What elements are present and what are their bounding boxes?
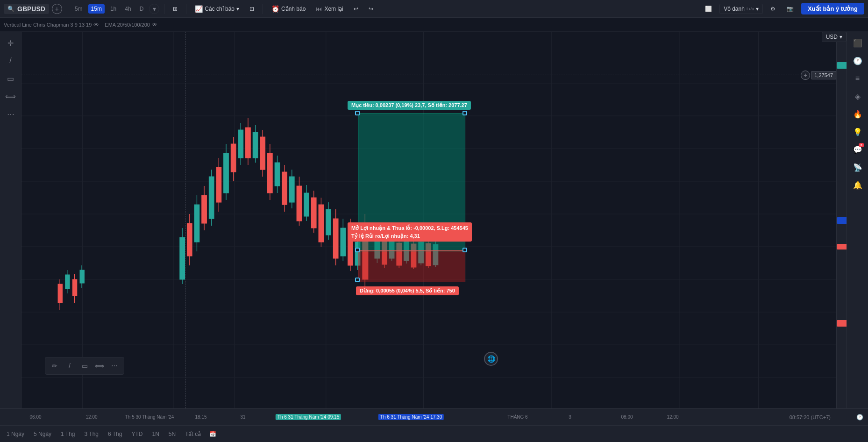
undo-icon: ↩ — [354, 6, 358, 12]
settings-icon: ⚙ — [770, 6, 776, 12]
templates-button[interactable]: ⊡ — [246, 4, 258, 14]
alert-icon: ⏰ — [271, 5, 279, 13]
undo-button[interactable]: ↩ — [350, 4, 362, 14]
time-t6-t7: Th 6 31 Tháng Năm '24 09:15 — [276, 414, 341, 420]
tf-5m[interactable]: 5m — [72, 4, 85, 14]
range-5n[interactable]: 5N — [166, 429, 178, 439]
alert-button[interactable]: ⏰ Cảnh báo — [268, 4, 309, 14]
layers2-icon[interactable]: ◈ — [850, 89, 865, 104]
currency-label: USD — [826, 34, 838, 40]
chart-type-icon: ⊞ — [173, 6, 178, 12]
range-all[interactable]: Tất cả — [182, 429, 204, 439]
entry-left-handle[interactable] — [355, 248, 360, 252]
watch-icon[interactable]: 🕐 — [850, 53, 865, 68]
time-t11: 3 — [569, 414, 571, 420]
sl-box — [358, 250, 465, 282]
chart-type-button[interactable]: ⊞ — [169, 4, 181, 14]
time-axis: 06:00 12:00 Th 5 30 Tháng Năm '24 18:15 … — [0, 408, 868, 425]
range-6thg[interactable]: 6 Thg — [105, 429, 125, 439]
redo-button[interactable]: ↪ — [365, 4, 377, 14]
symbol-label: GBPUSD — [17, 5, 45, 13]
news-icon[interactable]: 🌐 — [484, 352, 498, 366]
measure-draw-button[interactable]: ⟺ — [93, 359, 106, 372]
time-t5: 31 — [240, 414, 245, 420]
separator-3 — [186, 4, 186, 14]
search-icon: 🔍 — [7, 6, 14, 12]
time-t2: 12:00 — [85, 414, 97, 420]
redo-icon: ↪ — [369, 6, 373, 12]
rr-line1: Mở Lợi nhuận & Thua lỗ: -0,00002, S.Lg: … — [351, 224, 468, 232]
time-month: THÁNG 6 — [507, 414, 527, 420]
rect-draw-button[interactable]: ▭ — [78, 359, 91, 372]
tp-top-right-handle[interactable] — [462, 111, 467, 115]
free-draw-button[interactable]: ✏ — [48, 359, 61, 372]
tf-D[interactable]: D — [137, 4, 147, 14]
calendar-button[interactable]: 📅 — [209, 431, 216, 437]
right-sidebar: ⬛ 🕐 ≡ ◈ 🔥 💡 💬 3 📡 🔔 — [847, 32, 868, 408]
settings-button[interactable]: ⚙ — [767, 4, 779, 14]
layers-icon[interactable]: ⬛ — [850, 36, 865, 50]
svg-rect-23 — [73, 279, 77, 296]
top-toolbar: 🔍 GBPUSD + 5m 15m 1h 4h D ▾ ⊞ 📈 Các chỉ … — [0, 0, 868, 18]
range-1thg[interactable]: 1 Thg — [58, 429, 78, 439]
camera-button[interactable]: 📷 — [783, 4, 797, 14]
time-t4: 18:15 — [195, 414, 206, 420]
bottom-toolbar: 1 Ngày 5 Ngày 1 Thg 3 Thg 6 Thg YTD 1N 5… — [0, 425, 868, 442]
add-symbol-button[interactable]: + — [52, 4, 62, 14]
indicators-chevron: ▾ — [236, 6, 239, 12]
alerts-list-icon[interactable]: ≡ — [850, 71, 865, 86]
chat-icon-btn[interactable]: 💬 3 — [850, 142, 865, 157]
tf-4h[interactable]: 4h — [122, 4, 134, 14]
fullscreen-icon: ⬜ — [705, 6, 712, 12]
rect-tool[interactable]: ▭ — [3, 71, 18, 86]
drawing-tools-bar: ✏ / ▭ ⟺ ⋯ — [45, 357, 124, 375]
more-draw-button[interactable]: ⋯ — [108, 359, 121, 372]
range-ytd[interactable]: YTD — [128, 429, 145, 439]
range-3thg[interactable]: 3 Thg — [82, 429, 101, 439]
sl-label: Dừng: 0,00055 (0,04%) 5,5, Số tiền: 750 — [356, 286, 459, 295]
bell-icon[interactable]: 🔔 — [850, 178, 865, 192]
fullscreen-button[interactable]: ⬜ — [701, 4, 716, 14]
ema-eye-icon[interactable]: 👁 — [152, 21, 157, 28]
range-1d[interactable]: 1 Ngày — [4, 429, 27, 439]
line-tool[interactable]: / — [3, 53, 18, 68]
tf-dropdown-button[interactable]: ▾ — [149, 4, 159, 14]
symbol-selector[interactable]: 🔍 GBPUSD — [4, 4, 49, 14]
indicators-icon: 📈 — [195, 5, 203, 13]
fire-icon[interactable]: 🔥 — [850, 107, 865, 121]
range-1n[interactable]: 1N — [149, 429, 162, 439]
chart-container[interactable]: .wick { stroke-width: 1; } .bull { fill:… — [21, 32, 868, 408]
toolbar-right: ⬜ Vô danh Lưu ▾ ⚙ 📷 Xuất bản ý tưởng — [701, 3, 864, 14]
time-t8-t9: Th 6 31 Tháng Năm '24 17:30 — [378, 414, 444, 420]
separator-2 — [164, 4, 164, 14]
separator-4 — [263, 4, 263, 14]
indicators-label: Các chỉ báo — [205, 6, 235, 12]
currency-dropdown[interactable]: USD ▾ — [822, 32, 847, 42]
bulb-icon[interactable]: 💡 — [850, 124, 865, 139]
tf-1h[interactable]: 1h — [107, 4, 119, 14]
separator-1 — [67, 4, 67, 14]
clock-icon[interactable]: 🕐 — [856, 414, 863, 421]
crosshair-tool[interactable]: ✛ — [3, 36, 18, 50]
more-tools[interactable]: ⋯ — [3, 107, 18, 121]
vline-eye-icon[interactable]: 👁 — [93, 21, 99, 28]
vline-label: Vertical Line Chris Chapman 3 9 13 19 — [4, 22, 92, 28]
measure-tool[interactable]: ⟺ — [3, 89, 18, 104]
line-draw-button[interactable]: / — [63, 359, 76, 372]
rr-line2: Tỷ lệ Rủi ro/Lợi nhuận: 4,31 — [351, 232, 468, 240]
tf-15m[interactable]: 15m — [88, 4, 105, 14]
profile-name: Vô danh — [724, 6, 745, 12]
broadcast-icon[interactable]: 📡 — [850, 160, 865, 175]
range-5d[interactable]: 5 Ngày — [31, 429, 54, 439]
tp-top-left-handle[interactable] — [355, 111, 360, 115]
profile-button[interactable]: Vô danh Lưu ▾ — [719, 4, 763, 14]
publish-button[interactable]: Xuất bản ý tưởng — [801, 3, 864, 14]
replay-button[interactable]: ⏮ Xem lại — [312, 4, 347, 14]
sl-bottom-left-handle[interactable] — [355, 278, 360, 282]
entry-right-handle[interactable] — [462, 248, 467, 252]
indicators-button[interactable]: 📈 Các chỉ báo ▾ — [191, 4, 243, 14]
tp-label: Mục tiêu: 0,00237 (0,19%) 23,7, Số tiền:… — [348, 101, 471, 110]
chat-badge: 3 — [859, 143, 864, 147]
replay-icon: ⏮ — [316, 5, 322, 13]
indicator-bar: Vertical Line Chris Chapman 3 9 13 19 👁 … — [0, 18, 868, 32]
